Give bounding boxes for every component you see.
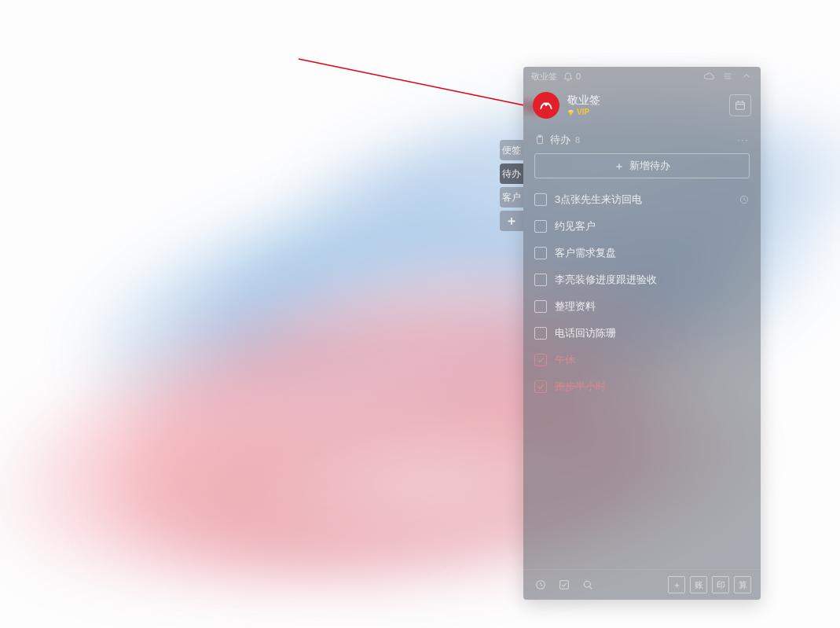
completed-icon[interactable] [556,577,572,593]
side-tab[interactable]: 便签 [500,140,523,160]
svg-marker-6 [568,109,574,111]
todo-checkbox[interactable] [534,220,547,233]
identity-name: 敬业签 [567,94,600,106]
bell-icon[interactable] [562,70,574,83]
widget-footer: ＋账印算 [523,569,761,600]
todo-item[interactable]: 约见客户 [528,213,756,240]
todo-item[interactable]: 跑步半小时 [528,373,756,400]
collapse-icon[interactable] [740,70,753,83]
menu-icon[interactable] [721,70,734,83]
section-count: 8 [575,135,580,145]
todo-checkbox[interactable] [534,193,547,206]
todo-label: 约见客户 [555,219,750,233]
add-todo-label: 新增待办 [629,159,670,173]
footer-tool-button[interactable]: 账 [690,576,707,593]
todo-label: 跑步半小时 [555,380,750,394]
todo-label: 3点张先生来访回电 [555,193,739,207]
svg-rect-15 [560,581,569,589]
todo-label: 电话回访陈珊 [555,326,750,340]
jingyeqian-widget: 敬业签 0 敬业签 [523,67,761,600]
todo-checkbox[interactable] [534,327,547,340]
todo-checkbox[interactable] [534,300,547,313]
todo-label: 午休 [555,353,750,367]
cloud-sync-icon[interactable] [702,70,715,83]
todo-item[interactable]: 3点张先生来访回电 [528,186,756,213]
todo-checkbox[interactable] [534,380,547,393]
footer-tool-button[interactable]: 印 [712,576,729,593]
svg-rect-7 [736,102,745,109]
todo-checkbox[interactable] [534,274,547,286]
todo-item[interactable]: 午休 [528,347,756,373]
todo-item[interactable]: 客户需求复盘 [528,240,756,266]
diamond-icon [567,109,574,116]
todo-item[interactable]: 整理资料 [528,293,756,320]
vip-badge: VIP [567,108,600,117]
section-more-button[interactable]: ··· [737,134,750,145]
side-tab-strip: 便签待办客户＋ [500,140,523,231]
identity-row: 敬业签 VIP [523,86,761,122]
todo-label: 整理资料 [555,299,750,314]
svg-point-16 [584,581,590,587]
history-icon[interactable] [533,577,548,593]
bell-count: 0 [576,72,581,81]
svg-line-17 [589,586,592,589]
side-tab[interactable]: ＋ [500,211,523,231]
side-tab[interactable]: 客户 [500,187,523,207]
footer-tool-button[interactable]: 算 [734,576,751,593]
avatar[interactable] [533,92,559,119]
section-header: 待办 8 ··· [523,122,761,153]
search-icon[interactable] [580,577,596,593]
todo-checkbox[interactable] [534,247,547,259]
titlebar-app-name: 敬业签 [531,71,557,83]
clipboard-icon [534,134,545,145]
todo-list: 3点张先生来访回电约见客户客户需求复盘李亮装修进度跟进验收整理资料电话回访陈珊午… [523,186,761,569]
svg-marker-5 [568,111,574,115]
reminder-icon [739,194,750,205]
todo-label: 李亮装修进度跟进验收 [555,273,750,287]
todo-checkbox[interactable] [534,354,547,366]
plus-icon: ＋ [614,160,625,171]
side-tab[interactable]: 待办 [500,163,523,184]
widget-titlebar: 敬业签 0 [523,67,761,86]
section-title: 待办 [550,133,570,147]
identity-text: 敬业签 VIP [567,94,600,117]
todo-label: 客户需求复盘 [555,246,750,260]
footer-tool-button[interactable]: ＋ [668,576,685,593]
todo-item[interactable]: 电话回访陈珊 [528,320,756,347]
calendar-button[interactable] [729,94,751,116]
footer-right-tools: ＋账印算 [668,576,751,593]
todo-item[interactable]: 李亮装修进度跟进验收 [528,266,756,293]
add-todo-button[interactable]: ＋ 新增待办 [534,153,750,178]
